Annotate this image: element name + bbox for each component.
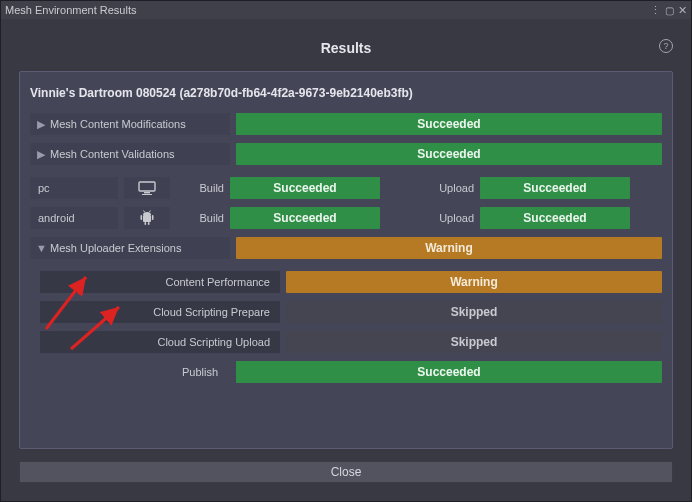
svg-rect-4 (141, 215, 143, 220)
script-prepare-label: Cloud Scripting Prepare (40, 301, 280, 323)
svg-rect-6 (145, 222, 147, 225)
upload-label: Upload (420, 182, 480, 194)
desktop-icon (124, 177, 170, 199)
content-performance-label: Content Performance (40, 271, 280, 293)
platform-pc-label: pc (30, 177, 118, 199)
project-name: Vinnie's Dartroom 080524 (30, 86, 176, 100)
page-title: Results (321, 40, 372, 56)
status-script-prepare: Skipped (286, 301, 662, 323)
svg-rect-5 (152, 215, 154, 220)
build-label: Build (170, 212, 230, 224)
platform-android-label: android (30, 207, 118, 229)
row-uploader-extensions: ▼ Mesh Uploader Extensions Warning (30, 236, 662, 260)
project-title: Vinnie's Dartroom 080524 (a278b70d-fb64-… (30, 80, 662, 112)
status-content-vals: Succeeded (236, 143, 662, 165)
status-extensions: Warning (236, 237, 662, 259)
window-body: Results ? Vinnie's Dartroom 080524 (a278… (1, 19, 691, 501)
row-platform-pc: pc Build Succeeded Upload Succeeded (30, 176, 662, 200)
foldout-content-vals[interactable]: ▶ Mesh Content Validations (30, 143, 230, 165)
publish-label: Publish (30, 366, 230, 378)
content-mods-label: Mesh Content Modifications (50, 118, 186, 130)
status-publish: Succeeded (236, 361, 662, 383)
status-content-performance: Warning (286, 271, 662, 293)
svg-rect-7 (148, 222, 150, 225)
window-controls: ⋮ ▢ ✕ (650, 4, 687, 17)
row-platform-android: android Build Succeeded Upload Succeeded (30, 206, 662, 230)
status-android-build: Succeeded (230, 207, 380, 229)
results-header: Results ? (19, 37, 673, 59)
svg-rect-2 (142, 194, 152, 195)
close-button[interactable]: Close (19, 461, 673, 483)
script-upload-label: Cloud Scripting Upload (40, 331, 280, 353)
window-title: Mesh Environment Results (5, 4, 136, 16)
svg-line-8 (144, 211, 145, 213)
mesh-results-window: Mesh Environment Results ⋮ ▢ ✕ Results ?… (0, 0, 692, 502)
status-content-mods: Succeeded (236, 113, 662, 135)
chevron-right-icon: ▶ (36, 148, 46, 161)
row-content-performance: Content Performance Warning (30, 270, 662, 294)
help-icon[interactable]: ? (659, 39, 673, 53)
status-pc-upload: Succeeded (480, 177, 630, 199)
status-pc-build: Succeeded (230, 177, 380, 199)
foldout-extensions[interactable]: ▼ Mesh Uploader Extensions (30, 237, 230, 259)
android-icon (124, 207, 170, 229)
kebab-icon[interactable]: ⋮ (650, 4, 661, 17)
maximize-icon[interactable]: ▢ (665, 5, 674, 16)
svg-rect-3 (143, 215, 151, 222)
row-script-prepare: Cloud Scripting Prepare Skipped (30, 300, 662, 324)
close-icon[interactable]: ✕ (678, 4, 687, 17)
titlebar: Mesh Environment Results ⋮ ▢ ✕ (1, 1, 691, 19)
row-content-modifications: ▶ Mesh Content Modifications Succeeded (30, 112, 662, 136)
foldout-content-mods[interactable]: ▶ Mesh Content Modifications (30, 113, 230, 135)
upload-label: Upload (420, 212, 480, 224)
chevron-down-icon: ▼ (36, 242, 46, 254)
svg-rect-0 (139, 182, 155, 191)
row-script-upload: Cloud Scripting Upload Skipped (30, 330, 662, 354)
chevron-right-icon: ▶ (36, 118, 46, 131)
row-publish: Publish Succeeded (30, 360, 662, 384)
extensions-label: Mesh Uploader Extensions (50, 242, 181, 254)
status-script-upload: Skipped (286, 331, 662, 353)
svg-line-9 (149, 211, 150, 213)
status-android-upload: Succeeded (480, 207, 630, 229)
build-label: Build (170, 182, 230, 194)
project-id: (a278b70d-fb64-4f2a-9673-9eb2140eb3fb) (179, 86, 412, 100)
row-content-validations: ▶ Mesh Content Validations Succeeded (30, 142, 662, 166)
results-panel: Vinnie's Dartroom 080524 (a278b70d-fb64-… (19, 71, 673, 449)
content-vals-label: Mesh Content Validations (50, 148, 175, 160)
svg-rect-1 (144, 192, 150, 193)
